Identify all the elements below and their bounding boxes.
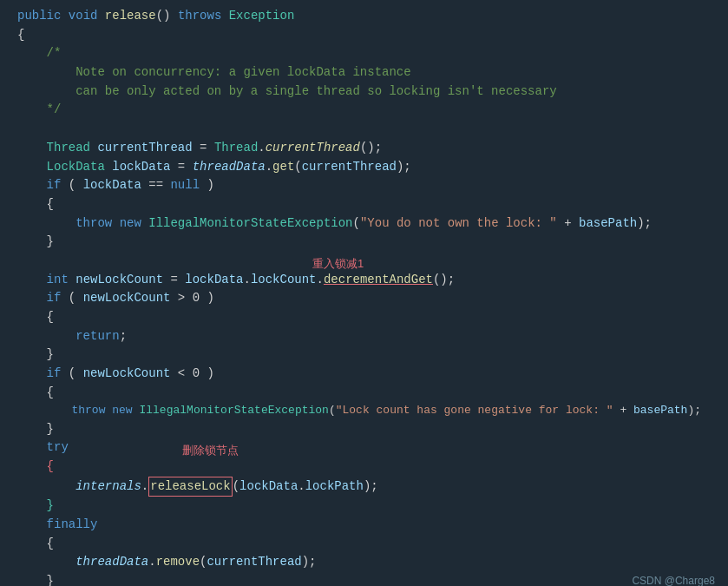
line-10: if ( lockData == null ) bbox=[9, 176, 728, 195]
line-23: } bbox=[9, 420, 728, 439]
keyword-if3: if bbox=[47, 365, 62, 384]
comment-open: /* bbox=[17, 44, 61, 63]
var-threaddata: threadData bbox=[193, 158, 266, 177]
var-lockdata2: lockData bbox=[83, 176, 141, 195]
method-releaselock: releaseLock bbox=[150, 479, 230, 493]
line-20: if ( newLockCount < 0 ) bbox=[9, 365, 728, 384]
line-29: { bbox=[9, 535, 728, 554]
comment-close: */ bbox=[17, 101, 61, 120]
type-exception2: IllegalMonitorStateException bbox=[139, 402, 328, 419]
method-release: release bbox=[105, 7, 156, 26]
line-28: finally bbox=[9, 516, 728, 535]
line-17: { bbox=[9, 308, 728, 327]
keyword-return: return bbox=[75, 327, 119, 346]
var-threaddata2: threadData bbox=[75, 553, 148, 572]
line-21: { bbox=[9, 384, 728, 403]
watermark: CSDN @Charge8 bbox=[632, 573, 715, 586]
line-24: try bbox=[9, 438, 728, 458]
line-15: int newLockCount = lockData . lockCount … bbox=[9, 271, 728, 290]
keyword-new1: new bbox=[120, 214, 141, 234]
var-basepath1: basePath bbox=[579, 214, 637, 234]
string2: "Lock count has gone negative for lock: … bbox=[336, 402, 613, 419]
keyword-public: public bbox=[17, 7, 61, 26]
line-18: return ; bbox=[9, 327, 728, 346]
line-3: /* bbox=[9, 44, 728, 63]
annotation-container-1: int newLockCount = lockData . lockCount … bbox=[9, 271, 728, 290]
keyword-finally: finally bbox=[47, 516, 98, 535]
line-4: Note on concurrency: a given lockData in… bbox=[9, 63, 728, 82]
var-newlockcount: newLockCount bbox=[75, 271, 163, 290]
keyword-int: int bbox=[47, 271, 69, 290]
var-newlockcount3: newLockCount bbox=[83, 365, 171, 384]
method-get: get bbox=[272, 158, 294, 177]
line-blank1 bbox=[9, 120, 728, 139]
keyword-void: void bbox=[69, 7, 98, 26]
var-internals: internals bbox=[75, 477, 141, 497]
var-lockpath: lockPath bbox=[305, 477, 364, 497]
var-basepath2: basePath bbox=[633, 402, 687, 419]
method-releaselock-boxed: releaseLock bbox=[148, 477, 232, 497]
line-22: throw new IllegalMonitorStateException (… bbox=[9, 402, 728, 419]
type-thread2: Thread bbox=[214, 139, 258, 158]
brace-open-red: { bbox=[47, 458, 54, 477]
var-lockdata: lockData bbox=[112, 158, 170, 177]
var-lockdata4: lockData bbox=[239, 477, 298, 497]
line-30: threadData . remove ( currentThread ); bbox=[9, 553, 728, 572]
var-currentthread: currentThread bbox=[97, 139, 192, 158]
var-currentthread3: currentThread bbox=[207, 553, 301, 572]
annotation-container-2: { 删除锁节点 bbox=[9, 458, 728, 477]
line-2: { bbox=[9, 26, 728, 45]
comment-line1: Note on concurrency: a given lockData in… bbox=[17, 63, 411, 82]
line-12: throw new IllegalMonitorStateException (… bbox=[9, 214, 728, 234]
var-currentthread2: currentThread bbox=[302, 158, 397, 177]
type-exception: Exception bbox=[229, 7, 295, 26]
code-block: public void release () throws Exception … bbox=[0, 0, 728, 586]
line-27: } bbox=[9, 497, 728, 516]
method-decrementandget: decrementAndGet bbox=[324, 271, 433, 290]
line-8: Thread currentThread = Thread . currentT… bbox=[9, 139, 728, 158]
keyword-if2: if bbox=[47, 289, 62, 308]
line-6: */ bbox=[9, 101, 728, 120]
line-16: if ( newLockCount > 0 ) bbox=[9, 289, 728, 308]
line-5: can be only acted on by a single thread … bbox=[9, 82, 728, 102]
type-thread: Thread bbox=[47, 139, 90, 158]
line-blank2 bbox=[9, 252, 728, 271]
keyword-throws: throws bbox=[178, 7, 221, 26]
method-currentthread: currentThread bbox=[266, 139, 360, 158]
line-19: } bbox=[9, 346, 728, 365]
keyword-throw1: throw bbox=[75, 214, 112, 234]
line-11: { bbox=[9, 195, 728, 214]
keyword-try: try bbox=[47, 438, 69, 458]
string1: "You do not own the lock: " bbox=[360, 214, 557, 234]
line-26: internals . releaseLock ( lockData . loc… bbox=[9, 477, 728, 497]
keyword-throw2: throw bbox=[71, 402, 105, 419]
annotation-delete-lock: 删除锁节点 bbox=[182, 442, 239, 459]
brace-close-green: } bbox=[47, 497, 54, 516]
comment-line2: can be only acted on by a single thread … bbox=[17, 82, 557, 102]
keyword-new2: new bbox=[112, 402, 132, 419]
line-13: } bbox=[9, 233, 728, 252]
var-newlockcount2: newLockCount bbox=[83, 289, 171, 308]
keyword-if1: if bbox=[47, 176, 62, 195]
line-25: { bbox=[9, 458, 728, 477]
line-9: LockData lockData = threadData . get ( c… bbox=[9, 158, 728, 177]
method-remove: remove bbox=[156, 553, 200, 572]
line-31: } bbox=[9, 572, 728, 586]
type-exception1: IllegalMonitorStateException bbox=[148, 214, 352, 234]
type-lockdata: LockData bbox=[47, 158, 105, 177]
annotation-reentrant: 重入锁减1 bbox=[312, 255, 364, 273]
keyword-null1: null bbox=[170, 176, 200, 195]
var-lockdata3: lockData bbox=[185, 271, 243, 290]
line-1: public void release () throws Exception bbox=[9, 7, 728, 26]
var-lockcount: lockCount bbox=[251, 271, 317, 290]
